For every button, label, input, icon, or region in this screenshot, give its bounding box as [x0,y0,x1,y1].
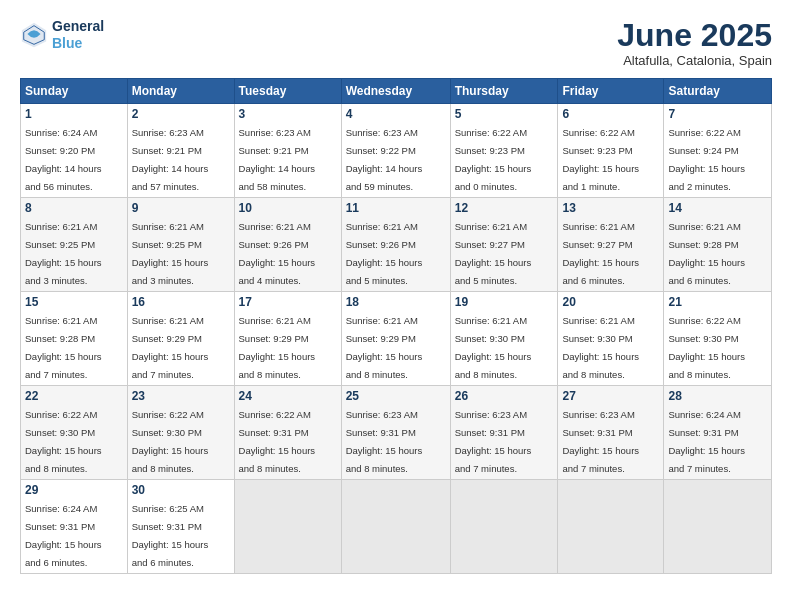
day-27: 27 Sunrise: 6:23 AMSunset: 9:31 PMDaylig… [558,386,664,480]
week-row-4: 22 Sunrise: 6:22 AMSunset: 9:30 PMDaylig… [21,386,772,480]
logo-line2: Blue [52,35,82,51]
empty-1 [234,480,341,574]
logo-line1: General [52,18,104,35]
empty-5 [664,480,772,574]
week-row-3: 15 Sunrise: 6:21 AMSunset: 9:28 PMDaylig… [21,292,772,386]
calendar-subtitle: Altafulla, Catalonia, Spain [617,53,772,68]
day-10: 10 Sunrise: 6:21 AMSunset: 9:26 PMDaylig… [234,198,341,292]
day-28: 28 Sunrise: 6:24 AMSunset: 9:31 PMDaylig… [664,386,772,480]
day-1: 1 Sunrise: 6:24 AMSunset: 9:20 PMDayligh… [21,104,128,198]
week-row-1: 1 Sunrise: 6:24 AMSunset: 9:20 PMDayligh… [21,104,772,198]
day-26: 26 Sunrise: 6:23 AMSunset: 9:31 PMDaylig… [450,386,558,480]
day-3: 3 Sunrise: 6:23 AMSunset: 9:21 PMDayligh… [234,104,341,198]
day-5: 5 Sunrise: 6:22 AMSunset: 9:23 PMDayligh… [450,104,558,198]
day-14: 14 Sunrise: 6:21 AMSunset: 9:28 PMDaylig… [664,198,772,292]
day-18: 18 Sunrise: 6:21 AMSunset: 9:29 PMDaylig… [341,292,450,386]
day-15: 15 Sunrise: 6:21 AMSunset: 9:28 PMDaylig… [21,292,128,386]
day-6: 6 Sunrise: 6:22 AMSunset: 9:23 PMDayligh… [558,104,664,198]
day-16: 16 Sunrise: 6:21 AMSunset: 9:29 PMDaylig… [127,292,234,386]
page: General Blue June 2025 Altafulla, Catalo… [0,0,792,612]
day-7: 7 Sunrise: 6:22 AMSunset: 9:24 PMDayligh… [664,104,772,198]
logo-text: General Blue [52,18,104,52]
day-4: 4 Sunrise: 6:23 AMSunset: 9:22 PMDayligh… [341,104,450,198]
day-2: 2 Sunrise: 6:23 AMSunset: 9:21 PMDayligh… [127,104,234,198]
col-monday: Monday [127,79,234,104]
empty-3 [450,480,558,574]
day-30: 30 Sunrise: 6:25 AMSunset: 9:31 PMDaylig… [127,480,234,574]
title-block: June 2025 Altafulla, Catalonia, Spain [617,18,772,68]
empty-4 [558,480,664,574]
logo: General Blue [20,18,104,52]
col-tuesday: Tuesday [234,79,341,104]
day-25: 25 Sunrise: 6:23 AMSunset: 9:31 PMDaylig… [341,386,450,480]
day-24: 24 Sunrise: 6:22 AMSunset: 9:31 PMDaylig… [234,386,341,480]
header-row: Sunday Monday Tuesday Wednesday Thursday… [21,79,772,104]
day-12: 12 Sunrise: 6:21 AMSunset: 9:27 PMDaylig… [450,198,558,292]
calendar-table: Sunday Monday Tuesday Wednesday Thursday… [20,78,772,574]
day-20: 20 Sunrise: 6:21 AMSunset: 9:30 PMDaylig… [558,292,664,386]
day-17: 17 Sunrise: 6:21 AMSunset: 9:29 PMDaylig… [234,292,341,386]
col-saturday: Saturday [664,79,772,104]
day-9: 9 Sunrise: 6:21 AMSunset: 9:25 PMDayligh… [127,198,234,292]
day-11: 11 Sunrise: 6:21 AMSunset: 9:26 PMDaylig… [341,198,450,292]
header: General Blue June 2025 Altafulla, Catalo… [20,18,772,68]
day-21: 21 Sunrise: 6:22 AMSunset: 9:30 PMDaylig… [664,292,772,386]
day-22: 22 Sunrise: 6:22 AMSunset: 9:30 PMDaylig… [21,386,128,480]
empty-2 [341,480,450,574]
col-thursday: Thursday [450,79,558,104]
week-row-2: 8 Sunrise: 6:21 AMSunset: 9:25 PMDayligh… [21,198,772,292]
week-row-5: 29 Sunrise: 6:24 AMSunset: 9:31 PMDaylig… [21,480,772,574]
calendar-title: June 2025 [617,18,772,53]
col-sunday: Sunday [21,79,128,104]
day-19: 19 Sunrise: 6:21 AMSunset: 9:30 PMDaylig… [450,292,558,386]
logo-icon [20,21,48,49]
day-13: 13 Sunrise: 6:21 AMSunset: 9:27 PMDaylig… [558,198,664,292]
col-friday: Friday [558,79,664,104]
col-wednesday: Wednesday [341,79,450,104]
day-8: 8 Sunrise: 6:21 AMSunset: 9:25 PMDayligh… [21,198,128,292]
day-29: 29 Sunrise: 6:24 AMSunset: 9:31 PMDaylig… [21,480,128,574]
day-23: 23 Sunrise: 6:22 AMSunset: 9:30 PMDaylig… [127,386,234,480]
